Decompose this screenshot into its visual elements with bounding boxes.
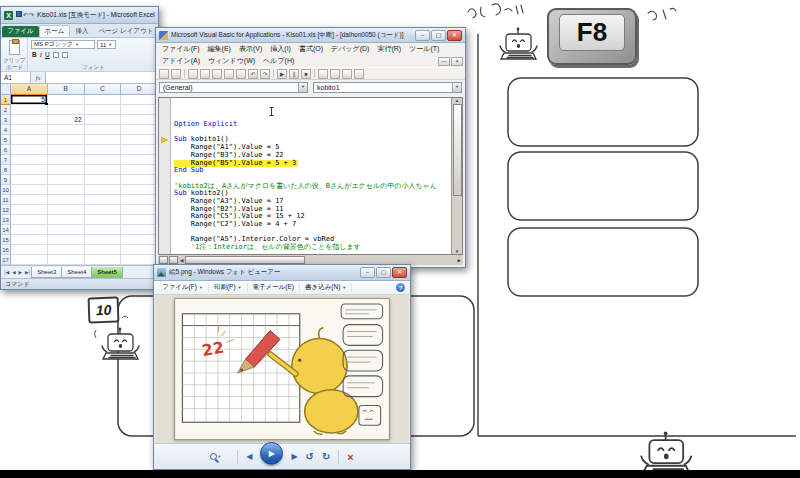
vba-menu-item-r2-2[interactable]: ヘルプ(H) xyxy=(259,56,298,66)
restore-window-icon[interactable]: — xyxy=(438,57,450,66)
excel-cell-D8[interactable] xyxy=(121,165,158,175)
excel-cell-A4[interactable] xyxy=(11,125,48,135)
excel-cell-C8[interactable] xyxy=(85,165,122,175)
object-browser-icon[interactable] xyxy=(354,69,364,79)
excel-tab-0[interactable]: ファイル xyxy=(2,26,39,37)
scroll-down-icon[interactable]: ▼ xyxy=(455,249,459,254)
excel-cell-A11[interactable] xyxy=(11,195,48,205)
formula-input[interactable] xyxy=(45,72,158,83)
excel-row-header-3[interactable]: 3 xyxy=(1,115,11,125)
excel-cell-C12[interactable] xyxy=(85,205,122,215)
excel-tab-1[interactable]: ホーム xyxy=(39,25,71,37)
scrollbar-thumb[interactable] xyxy=(453,104,462,196)
excel-cell-A6[interactable] xyxy=(11,145,48,155)
pv-menu-item-3[interactable]: 書き込み(N)▼ xyxy=(300,283,352,292)
insert-object-icon[interactable] xyxy=(171,69,181,79)
sheet-tab-Sheet3[interactable]: Sheet3 xyxy=(31,267,62,278)
paste-button[interactable] xyxy=(9,40,20,55)
excel-cell-A1[interactable]: 5 xyxy=(11,95,48,105)
excel-select-all[interactable] xyxy=(1,84,11,95)
excel-column-header-B[interactable]: B xyxy=(48,84,85,95)
undo-icon[interactable]: ↶ xyxy=(23,11,28,19)
run-icon[interactable]: ▶ xyxy=(277,69,287,79)
excel-title-bar[interactable]: X ↶↷ Kiso01.xls [互換モード] - Microsoft Exce… xyxy=(1,7,158,24)
excel-row-header-5[interactable]: 5 xyxy=(1,135,11,145)
previous-icon[interactable]: ◀ xyxy=(246,452,252,461)
fill-color-button[interactable] xyxy=(62,52,68,58)
excel-cell-D9[interactable] xyxy=(121,175,158,185)
close-icon[interactable]: ✕ xyxy=(392,267,407,278)
excel-row-header-2[interactable]: 2 xyxy=(1,105,11,115)
redo-icon[interactable]: ↷ xyxy=(260,69,270,79)
excel-tab-2[interactable]: 挿入 xyxy=(70,26,93,37)
excel-row-header-13[interactable]: 13 xyxy=(1,215,11,225)
code-line-14[interactable]: Range("C2").Value = 4 + 7 xyxy=(174,221,451,229)
minimize-icon[interactable]: ‒ xyxy=(360,267,375,278)
excel-row-header-15[interactable]: 15 xyxy=(1,235,11,245)
sheet-tab-Sheet4[interactable]: Sheet4 xyxy=(61,267,92,278)
excel-cell-A17[interactable] xyxy=(11,255,48,265)
break-icon[interactable]: ∥ xyxy=(289,69,299,79)
design-mode-icon[interactable] xyxy=(318,69,328,79)
excel-cell-A2[interactable] xyxy=(11,105,48,115)
border-button[interactable] xyxy=(53,52,59,58)
sheet-tab-Sheet5[interactable]: Sheet5 xyxy=(91,267,123,278)
excel-cell-C11[interactable] xyxy=(85,195,122,205)
excel-cell-D15[interactable] xyxy=(121,235,158,245)
excel-cell-A12[interactable] xyxy=(11,205,48,215)
excel-quick-access-toolbar[interactable]: ↶↷ xyxy=(16,11,34,19)
excel-cell-A8[interactable] xyxy=(11,165,48,175)
excel-row-header-7[interactable]: 7 xyxy=(1,155,11,165)
pv-menu-item-1[interactable]: 印刷(P)▼ xyxy=(209,283,248,292)
excel-cell-B16[interactable] xyxy=(48,245,85,255)
save-icon[interactable] xyxy=(188,69,198,79)
paste-icon[interactable] xyxy=(224,69,234,79)
photo-viewer-title-bar[interactable]: 絵5.png - Windows フォト ビューアー ‒ ▢ ✕ xyxy=(154,265,410,281)
code-line-1[interactable]: Option Explicit xyxy=(174,121,451,129)
excel-cell-B17[interactable] xyxy=(48,255,85,265)
vba-menu-item-r1-2[interactable]: 表示(V) xyxy=(235,44,266,54)
vba-menu-item-r1-3[interactable]: 挿入(I) xyxy=(266,44,295,54)
excel-cell-D4[interactable] xyxy=(121,125,158,135)
sheet-nav-icon-3[interactable]: ▶| xyxy=(24,270,32,275)
excel-cell-D1[interactable] xyxy=(121,95,158,105)
next-icon[interactable]: ▶ xyxy=(291,452,297,461)
vba-title-bar[interactable]: Microsoft Visual Basic for Applications … xyxy=(156,28,465,43)
rotate-cw-icon[interactable]: ↻ xyxy=(322,451,330,462)
full-module-view-icon[interactable] xyxy=(169,256,178,264)
excel-cell-A13[interactable] xyxy=(11,215,48,225)
excel-cell-C13[interactable] xyxy=(85,215,122,225)
scroll-up-icon[interactable]: ▲ xyxy=(455,98,459,103)
close-icon[interactable]: ✕ xyxy=(447,30,462,41)
vba-menu-item-r1-7[interactable]: ツール(T) xyxy=(405,44,443,54)
code-margin[interactable] xyxy=(159,98,171,254)
vba-menu-item-r2-1[interactable]: ウィンドウ(W) xyxy=(204,56,259,66)
pv-menu-item-0[interactable]: ファイル(F)▼ xyxy=(157,283,209,292)
excel-row-header-16[interactable]: 16 xyxy=(1,245,11,255)
excel-cell-C1[interactable] xyxy=(85,95,122,105)
name-box[interactable]: A1 xyxy=(1,72,31,83)
code-line-17[interactable]: '1注：Interiorは、セルの背景色のことを指します xyxy=(174,244,451,252)
excel-cell-B14[interactable] xyxy=(48,225,85,235)
object-combo[interactable]: (General) ▼ xyxy=(159,82,308,93)
excel-row-header-14[interactable]: 14 xyxy=(1,225,11,235)
chevron-down-icon[interactable]: ▼ xyxy=(452,83,461,92)
excel-cell-D13[interactable] xyxy=(121,215,158,225)
excel-cell-A3[interactable] xyxy=(11,115,48,125)
excel-cell-A16[interactable] xyxy=(11,245,48,255)
code-editor[interactable]: Option Explicit Sub kobito1() Range("A1"… xyxy=(171,98,451,254)
excel-cell-B13[interactable] xyxy=(48,215,85,225)
view-excel-icon[interactable] xyxy=(159,69,169,79)
excel-cell-B10[interactable] xyxy=(48,185,85,195)
find-icon[interactable] xyxy=(236,69,246,79)
excel-cell-A14[interactable] xyxy=(11,225,48,235)
excel-cell-A15[interactable] xyxy=(11,235,48,245)
excel-cell-D16[interactable] xyxy=(121,245,158,255)
excel-cell-C10[interactable] xyxy=(85,185,122,195)
vba-menu-item-r1-0[interactable]: ファイル(F) xyxy=(158,44,204,54)
photo-viewer-window[interactable]: 絵5.png - Windows フォト ビューアー ‒ ▢ ✕ ファイル(F)… xyxy=(153,264,411,470)
code-line-18[interactable] xyxy=(174,252,451,254)
excel-column-header-D[interactable]: D xyxy=(121,84,158,95)
excel-cell-C4[interactable] xyxy=(85,125,122,135)
excel-cell-D12[interactable] xyxy=(121,205,158,215)
